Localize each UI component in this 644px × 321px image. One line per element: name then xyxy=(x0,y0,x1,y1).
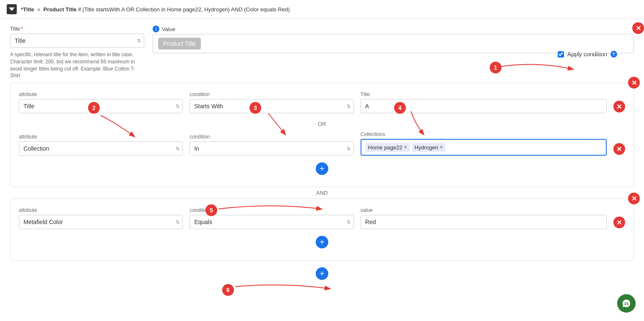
row2-remove-button[interactable]: ✕ xyxy=(613,143,625,155)
condition-group-2: attribute Metafield Color condition Equa… xyxy=(10,198,634,261)
row3-val-input[interactable] xyxy=(361,215,607,229)
condition-group-2-wrapper: ✕ attribute Metafield Color condition xyxy=(10,198,634,261)
row3-cond-col: condition Equals xyxy=(190,207,353,229)
row3-val-col: value xyxy=(361,207,607,229)
main-close-button[interactable]: ✕ xyxy=(632,22,644,34)
row2-cond-label: condition xyxy=(190,134,353,140)
row1-attr-wrapper: Title xyxy=(19,99,183,113)
row2-val-label: Collections xyxy=(361,131,607,137)
tag-homepage22-remove[interactable]: × xyxy=(404,144,407,150)
group2-add-row-button[interactable]: + xyxy=(316,236,328,248)
condition-row-3: attribute Metafield Color condition Equa… xyxy=(19,207,625,229)
value-info-icon: i xyxy=(153,26,159,32)
group2-close-button[interactable]: ✕ xyxy=(628,193,640,204)
condition-group-1-wrapper: ✕ attribute Title condition xyxy=(10,83,634,187)
row1-val-input[interactable] xyxy=(361,99,607,113)
group2-add-row-center: + xyxy=(19,232,625,252)
conditions-area: ✕ attribute Title condition xyxy=(10,83,634,283)
row1-attr-select[interactable]: Title xyxy=(19,99,183,113)
row3-attr-col: attribute Metafield Color xyxy=(19,207,183,229)
row1-val-label: Title xyxy=(361,91,607,97)
row3-attr-select[interactable]: Metafield Color xyxy=(19,215,183,229)
title-select-wrapper: Title xyxy=(10,34,144,48)
row2-attr-select[interactable]: Collection xyxy=(19,141,183,156)
row2-attr-label: attribute xyxy=(19,134,183,140)
condition-row-1: attribute Title condition Starts With xyxy=(19,91,625,113)
row2-cond-select[interactable]: In xyxy=(190,141,353,156)
row3-attr-wrapper: Metafield Color xyxy=(19,215,183,229)
row2-cond-wrapper: In xyxy=(190,141,353,156)
group1-close-button[interactable]: ✕ xyxy=(628,77,640,89)
row2-attr-col: attribute Collection xyxy=(19,134,183,156)
row1-attr-label: attribute xyxy=(19,91,183,97)
row1-attr-col: attribute Title xyxy=(19,91,183,113)
row3-attr-label: attribute xyxy=(19,207,183,213)
product-title-badge: Product Title xyxy=(158,38,201,50)
title-field-group: Title* Title A specific, relevant title … xyxy=(10,26,144,79)
row3-val-label: value xyxy=(361,207,607,213)
required-marker: * xyxy=(21,26,23,32)
annotation-6: 6 xyxy=(222,284,234,296)
tag-hydrogen-remove[interactable]: × xyxy=(440,144,443,150)
row1-cond-wrapper: Starts With xyxy=(190,99,353,113)
row3-remove-button[interactable]: ✕ xyxy=(613,217,625,228)
row1-cond-select[interactable]: Starts With xyxy=(190,99,353,113)
top-bar: *Title = Product Title if (Title startsW… xyxy=(0,0,644,19)
condition-row-2: attribute Collection condition In xyxy=(19,131,625,156)
row3-cond-label: condition xyxy=(190,207,353,213)
row2-val-col: Collections Home page22 × Hydrogen × xyxy=(361,131,607,156)
add-group-button[interactable]: + xyxy=(316,267,328,280)
and-divider: AND xyxy=(10,187,634,198)
value-input-display[interactable]: Product Title xyxy=(153,34,634,53)
group1-add-row-center: + xyxy=(19,159,625,178)
collections-input[interactable]: Home page22 × Hydrogen × xyxy=(361,139,607,156)
top-bar-description: *Title = Product Title if (Title startsW… xyxy=(21,6,290,13)
title-star: *Title xyxy=(21,6,34,13)
row1-cond-label: condition xyxy=(190,91,353,97)
condition-group-1: attribute Title condition Starts With xyxy=(10,83,634,187)
tag-homepage22: Home page22 × xyxy=(366,143,410,152)
row2-attr-wrapper: Collection xyxy=(19,141,183,156)
value-field-group: i Value Product Title xyxy=(153,26,634,53)
header-row: Title* Title A specific, relevant title … xyxy=(10,26,634,79)
row1-remove-button[interactable]: ✕ xyxy=(613,101,625,112)
row2-cond-col: condition In xyxy=(190,134,353,156)
value-label-text: Value xyxy=(162,26,175,32)
row3-cond-wrapper: Equals xyxy=(190,215,353,229)
or-divider: OR xyxy=(19,117,625,131)
value-label: i Value xyxy=(153,26,634,32)
product-title-text: Product Title xyxy=(44,6,77,13)
tag-hydrogen: Hydrogen × xyxy=(412,143,445,152)
title-field-label: Title* xyxy=(10,26,144,32)
row3-cond-select[interactable]: Equals xyxy=(190,215,353,229)
group1-add-row-button[interactable]: + xyxy=(316,162,328,175)
condition-description: if (Title startsWith A OR Collection in … xyxy=(78,6,290,13)
add-group-center: + xyxy=(10,261,634,283)
dropdown-arrow-icon[interactable] xyxy=(7,4,17,14)
main-content: ✕ Title* Title A specific, relevant titl… xyxy=(0,19,644,300)
row1-val-col: Title xyxy=(361,91,607,113)
title-select[interactable]: Title xyxy=(10,34,144,48)
row1-cond-col: condition Starts With xyxy=(190,91,353,113)
title-help-text: A specific, relevant title for the item,… xyxy=(10,51,144,79)
